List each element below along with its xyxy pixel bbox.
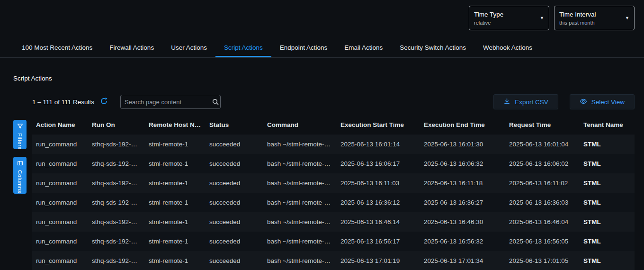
table-cell: sthq-sds-192-… [88, 251, 145, 270]
export-csv-label: Export CSV [515, 99, 548, 106]
tab-script-actions[interactable]: Script Actions [215, 37, 271, 57]
results-count: 1 – 111 of 111 Results [32, 99, 94, 106]
table-cell: STML [580, 135, 635, 154]
tab-email-actions[interactable]: Email Actions [336, 37, 391, 57]
table-cell: succeeded [206, 193, 263, 212]
table-cell: stml-remote-1 [145, 251, 206, 270]
table-cell: STML [580, 154, 635, 173]
column-header[interactable]: Remote Host N… [145, 115, 206, 135]
time-type-dropdown[interactable]: Time Type relative ▼ [469, 6, 549, 30]
table-cell: 2025-06-13 16:46:30 [420, 212, 505, 232]
time-interval-value: this past month [559, 20, 596, 26]
table-cell: bash ~/stml-remote-… [263, 212, 337, 232]
table-cell: STML [580, 251, 635, 270]
column-header[interactable]: Command [263, 115, 337, 135]
table-row[interactable]: run_commandsthq-sds-192-…stml-remote-1su… [32, 212, 635, 232]
table-cell: 2025-06-13 16:01:04 [505, 135, 580, 154]
table-cell: 2025-06-13 16:36:27 [420, 193, 505, 212]
table-cell: stml-remote-1 [145, 154, 206, 173]
table-cell: bash ~/stml-remote-… [263, 251, 337, 270]
columns-icon [17, 160, 23, 168]
table-row[interactable]: run_commandsthq-sds-192-…stml-remote-1su… [32, 173, 635, 193]
tab-user-actions[interactable]: User Actions [162, 37, 215, 57]
tab-security-switch-actions[interactable]: Security Switch Actions [391, 37, 474, 57]
page-title: Script Actions [13, 75, 635, 82]
eye-icon [580, 98, 587, 107]
chevron-down-icon: ▼ [540, 16, 544, 20]
time-interval-dropdown[interactable]: Time Interval this past month ▼ [554, 6, 635, 30]
table-cell: run_command [32, 212, 88, 232]
table-cell: succeeded [206, 251, 263, 270]
table-cell: 2025-06-13 17:01:19 [337, 251, 420, 270]
app-root: Time Type relative ▼ Time Interval this … [0, 0, 644, 270]
columns-button-label: Columns [17, 170, 23, 193]
table-cell: 2025-06-13 16:56:17 [337, 232, 420, 251]
table-row[interactable]: run_commandsthq-sds-192-…stml-remote-1su… [32, 232, 635, 251]
table-cell: bash ~/stml-remote-… [263, 173, 337, 193]
table-header-row: Action NameRun OnRemote Host N…StatusCom… [32, 115, 635, 135]
table-cell: 2025-06-13 16:36:03 [505, 193, 580, 212]
select-view-button[interactable]: Select View [570, 94, 635, 109]
table-cell: 2025-06-13 16:11:03 [337, 173, 420, 193]
column-header[interactable]: Request Time [505, 115, 580, 135]
table-cell: 2025-06-13 16:06:02 [505, 154, 580, 173]
columns-button[interactable]: Columns [13, 157, 27, 194]
tab-endpoint-actions[interactable]: Endpoint Actions [271, 37, 336, 57]
time-interval-label: Time Interval [559, 11, 596, 18]
table-cell: 2025-06-13 16:01:30 [420, 135, 505, 154]
table-cell: bash ~/stml-remote-… [263, 232, 337, 251]
time-type-label: Time Type [474, 11, 503, 18]
table-cell: sthq-sds-192-… [88, 232, 145, 251]
table-cell: STML [580, 212, 635, 232]
table-cell: 2025-06-13 16:01:14 [337, 135, 420, 154]
table-cell: 2025-06-13 16:56:05 [505, 232, 580, 251]
table-row[interactable]: run_commandsthq-sds-192-…stml-remote-1su… [32, 135, 635, 154]
chevron-down-icon: ▼ [625, 16, 629, 20]
table-cell: succeeded [206, 154, 263, 173]
table-cell: 2025-06-13 16:06:32 [420, 154, 505, 173]
table-cell: succeeded [206, 135, 263, 154]
tab-webhook-actions[interactable]: Webhook Actions [474, 37, 541, 57]
tab-firewall-actions[interactable]: Firewall Actions [101, 37, 162, 57]
search-input[interactable] [121, 99, 212, 106]
table-cell: stml-remote-1 [145, 212, 206, 232]
table-cell: STML [580, 173, 635, 193]
search-box [120, 95, 221, 109]
column-header[interactable]: Tenant Name [580, 115, 635, 135]
table-cell: 2025-06-13 17:01:05 [505, 251, 580, 270]
table-cell: 2025-06-13 16:06:17 [337, 154, 420, 173]
column-header[interactable]: Execution Start Time [337, 115, 420, 135]
column-header[interactable]: Status [206, 115, 263, 135]
filters-button[interactable]: Filters [13, 120, 27, 149]
toolbar: 1 – 111 of 111 Results [13, 94, 635, 109]
tab-100-most-recent-actions[interactable]: 100 Most Recent Actions [13, 37, 101, 57]
table-cell: run_command [32, 154, 88, 173]
table-cell: run_command [32, 251, 88, 270]
table-cell: 2025-06-13 16:46:14 [337, 212, 420, 232]
table-cell: sthq-sds-192-… [88, 135, 145, 154]
table-cell: run_command [32, 135, 88, 154]
table-cell: sthq-sds-192-… [88, 173, 145, 193]
table-cell: 2025-06-13 16:11:18 [420, 173, 505, 193]
time-type-value: relative [474, 20, 503, 26]
table-cell: bash ~/stml-remote-… [263, 193, 337, 212]
column-header[interactable]: Execution End Time [420, 115, 505, 135]
refresh-button[interactable] [100, 97, 108, 107]
download-icon [503, 98, 510, 106]
export-csv-button[interactable]: Export CSV [493, 94, 558, 109]
table-cell: 2025-06-13 16:36:12 [337, 193, 420, 212]
table-cell: stml-remote-1 [145, 193, 206, 212]
column-header[interactable]: Action Name [32, 115, 88, 135]
table-cell: 2025-06-13 17:01:34 [420, 251, 505, 270]
topbar: Time Type relative ▼ Time Interval this … [0, 0, 644, 37]
table-row[interactable]: run_commandsthq-sds-192-…stml-remote-1su… [32, 193, 635, 212]
filters-button-label: Filters [17, 133, 23, 150]
table-cell: run_command [32, 193, 88, 212]
column-header[interactable]: Run On [88, 115, 145, 135]
table-cell: stml-remote-1 [145, 232, 206, 251]
table-cell: run_command [32, 173, 88, 193]
table-cell: sthq-sds-192-… [88, 154, 145, 173]
table-cell: stml-remote-1 [145, 173, 206, 193]
table-row[interactable]: run_commandsthq-sds-192-…stml-remote-1su… [32, 251, 635, 270]
table-row[interactable]: run_commandsthq-sds-192-…stml-remote-1su… [32, 154, 635, 173]
